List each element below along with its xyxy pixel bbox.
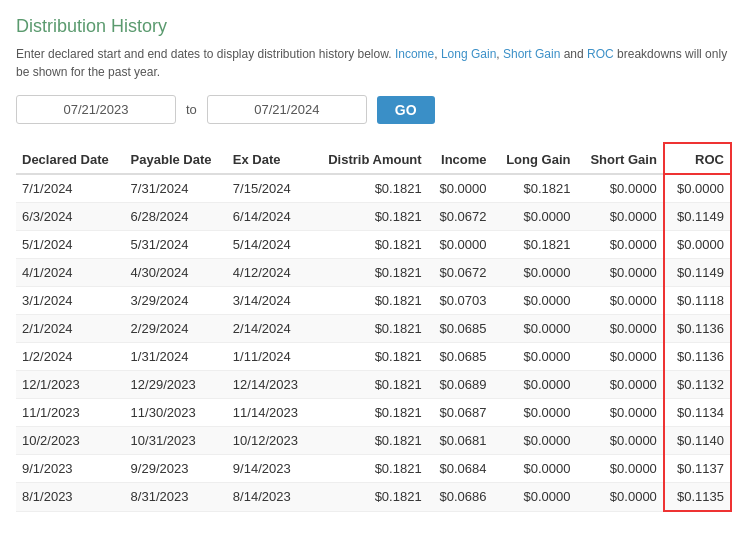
table-cell: $0.0000 bbox=[493, 371, 577, 399]
table-cell: 8/1/2023 bbox=[16, 483, 125, 512]
table-cell: 11/14/2023 bbox=[227, 399, 312, 427]
col-header-long-gain: Long Gain bbox=[493, 143, 577, 174]
table-cell: $0.0672 bbox=[428, 203, 493, 231]
table-cell: $0.1821 bbox=[312, 343, 428, 371]
table-cell: 5/1/2024 bbox=[16, 231, 125, 259]
table-cell: 12/1/2023 bbox=[16, 371, 125, 399]
page-description: Enter declared start and end dates to di… bbox=[16, 45, 732, 81]
table-cell: $0.0000 bbox=[576, 399, 663, 427]
start-date-input[interactable] bbox=[16, 95, 176, 124]
table-cell: $0.1821 bbox=[312, 371, 428, 399]
table-cell: 10/2/2023 bbox=[16, 427, 125, 455]
table-row: 9/1/20239/29/20239/14/2023$0.1821$0.0684… bbox=[16, 455, 731, 483]
table-cell: $0.1821 bbox=[312, 399, 428, 427]
table-cell: 9/14/2023 bbox=[227, 455, 312, 483]
table-cell: 3/29/2024 bbox=[125, 287, 227, 315]
table-cell: $0.0000 bbox=[576, 259, 663, 287]
table-cell: $0.1149 bbox=[664, 259, 731, 287]
table-cell: 10/31/2023 bbox=[125, 427, 227, 455]
table-cell: $0.0685 bbox=[428, 315, 493, 343]
table-cell: 11/1/2023 bbox=[16, 399, 125, 427]
table-cell: 6/14/2024 bbox=[227, 203, 312, 231]
table-cell: $0.1118 bbox=[664, 287, 731, 315]
table-cell: 1/11/2024 bbox=[227, 343, 312, 371]
table-cell: $0.0000 bbox=[493, 203, 577, 231]
table-cell: $0.1821 bbox=[312, 287, 428, 315]
table-cell: 1/2/2024 bbox=[16, 343, 125, 371]
table-cell: $0.1821 bbox=[312, 427, 428, 455]
col-header-ex-date: Ex Date bbox=[227, 143, 312, 174]
page-title: Distribution History bbox=[16, 16, 732, 37]
table-cell: $0.0672 bbox=[428, 259, 493, 287]
table-cell: $0.0000 bbox=[576, 203, 663, 231]
table-cell: 5/31/2024 bbox=[125, 231, 227, 259]
table-cell: $0.1149 bbox=[664, 203, 731, 231]
table-cell: 12/29/2023 bbox=[125, 371, 227, 399]
table-cell: $0.0684 bbox=[428, 455, 493, 483]
end-date-input[interactable] bbox=[207, 95, 367, 124]
table-cell: $0.0703 bbox=[428, 287, 493, 315]
table-cell: $0.0000 bbox=[576, 287, 663, 315]
col-header-income: Income bbox=[428, 143, 493, 174]
table-cell: 8/31/2023 bbox=[125, 483, 227, 512]
table-cell: 4/1/2024 bbox=[16, 259, 125, 287]
table-row: 7/1/20247/31/20247/15/2024$0.1821$0.0000… bbox=[16, 174, 731, 203]
table-cell: $0.1821 bbox=[312, 483, 428, 512]
table-row: 2/1/20242/29/20242/14/2024$0.1821$0.0685… bbox=[16, 315, 731, 343]
table-cell: 2/14/2024 bbox=[227, 315, 312, 343]
table-cell: $0.0689 bbox=[428, 371, 493, 399]
table-cell: $0.0000 bbox=[576, 427, 663, 455]
table-cell: $0.1821 bbox=[493, 174, 577, 203]
table-cell: $0.0000 bbox=[493, 259, 577, 287]
table-cell: $0.1137 bbox=[664, 455, 731, 483]
table-cell: $0.0000 bbox=[493, 287, 577, 315]
table-cell: $0.0000 bbox=[493, 455, 577, 483]
table-cell: $0.0000 bbox=[576, 343, 663, 371]
table-cell: $0.0000 bbox=[664, 174, 731, 203]
table-cell: $0.0000 bbox=[493, 315, 577, 343]
col-header-distrib-amount: Distrib Amount bbox=[312, 143, 428, 174]
distribution-table: Declared Date Payable Date Ex Date Distr… bbox=[16, 142, 732, 512]
table-cell: $0.0000 bbox=[576, 315, 663, 343]
table-cell: 12/14/2023 bbox=[227, 371, 312, 399]
roc-link[interactable]: ROC bbox=[587, 47, 614, 61]
table-cell: $0.1140 bbox=[664, 427, 731, 455]
table-cell: $0.1135 bbox=[664, 483, 731, 512]
table-cell: 7/31/2024 bbox=[125, 174, 227, 203]
col-header-payable-date: Payable Date bbox=[125, 143, 227, 174]
to-label: to bbox=[186, 102, 197, 117]
table-cell: $0.1821 bbox=[312, 259, 428, 287]
short-gain-link[interactable]: Short Gain bbox=[503, 47, 560, 61]
table-cell: $0.1134 bbox=[664, 399, 731, 427]
table-row: 6/3/20246/28/20246/14/2024$0.1821$0.0672… bbox=[16, 203, 731, 231]
table-cell: 6/3/2024 bbox=[16, 203, 125, 231]
table-cell: $0.0000 bbox=[493, 399, 577, 427]
col-header-short-gain: Short Gain bbox=[576, 143, 663, 174]
table-cell: $0.0000 bbox=[493, 343, 577, 371]
go-button[interactable]: GO bbox=[377, 96, 435, 124]
date-filter-row: to GO bbox=[16, 95, 732, 124]
table-row: 1/2/20241/31/20241/11/2024$0.1821$0.0685… bbox=[16, 343, 731, 371]
table-row: 3/1/20243/29/20243/14/2024$0.1821$0.0703… bbox=[16, 287, 731, 315]
table-cell: 4/30/2024 bbox=[125, 259, 227, 287]
table-cell: $0.0000 bbox=[576, 483, 663, 512]
table-cell: 8/14/2023 bbox=[227, 483, 312, 512]
table-cell: 5/14/2024 bbox=[227, 231, 312, 259]
table-cell: 7/1/2024 bbox=[16, 174, 125, 203]
col-header-declared-date: Declared Date bbox=[16, 143, 125, 174]
table-cell: 9/29/2023 bbox=[125, 455, 227, 483]
table-cell: 2/29/2024 bbox=[125, 315, 227, 343]
table-cell: $0.1821 bbox=[493, 231, 577, 259]
table-cell: $0.1821 bbox=[312, 315, 428, 343]
table-cell: $0.0000 bbox=[576, 455, 663, 483]
income-link[interactable]: Income bbox=[395, 47, 434, 61]
table-cell: 7/15/2024 bbox=[227, 174, 312, 203]
table-cell: $0.1821 bbox=[312, 231, 428, 259]
table-cell: $0.0000 bbox=[576, 371, 663, 399]
table-cell: $0.0000 bbox=[428, 174, 493, 203]
table-header-row: Declared Date Payable Date Ex Date Distr… bbox=[16, 143, 731, 174]
table-cell: $0.0000 bbox=[428, 231, 493, 259]
table-cell: $0.0000 bbox=[576, 231, 663, 259]
table-cell: $0.1821 bbox=[312, 174, 428, 203]
long-gain-link[interactable]: Long Gain bbox=[441, 47, 496, 61]
